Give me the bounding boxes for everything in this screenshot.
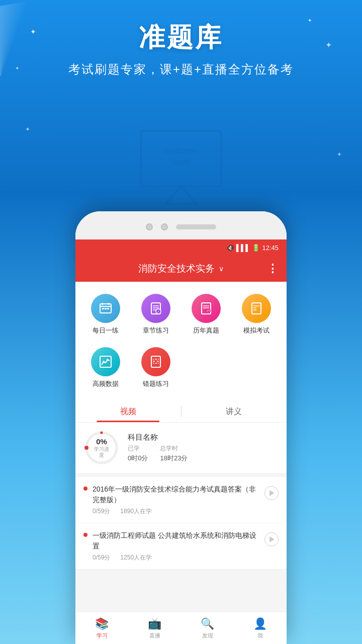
hero-subtitle: 考试刷题专家，课+题+直播全方位备考 (68, 61, 294, 77)
live-nav-icon: 📺 (148, 617, 161, 630)
progress-section: 0% 学习进度 科目名称 已学 0时0分 总学时 18时23分 (75, 423, 287, 477)
header-title-text: 消防安全技术实务 (138, 262, 215, 275)
svg-rect-10 (102, 308, 104, 309)
daily-practice-icon (91, 294, 120, 323)
sparkle-5: ✦ (25, 126, 30, 133)
bottom-nav: 📚 学习 📺 直播 🔍 发现 👤 我 (75, 612, 287, 644)
icon-item-past[interactable]: ⏱ 历年真题 (181, 290, 231, 339)
me-nav-icon: 👤 (253, 617, 267, 630)
wrong-practice-icon (141, 347, 170, 376)
sparkle-3: ✦ (15, 65, 19, 71)
svg-line-2 (181, 186, 196, 204)
svg-text:welcome: welcome (164, 146, 197, 155)
phone-mockup: 🔇 ▌▌▌ 🔋 12:45 消防安全技术实务 ∨ ⋮ (75, 211, 287, 644)
phone-top-bar (75, 211, 287, 239)
more-menu-button[interactable]: ⋮ (267, 262, 279, 275)
phone-inner: 🔇 ▌▌▌ 🔋 12:45 消防安全技术实务 ∨ ⋮ (75, 211, 287, 644)
progress-circle: 0% 学习进度 (83, 430, 120, 466)
progress-percent: 0% (93, 437, 111, 446)
svg-text:⏱: ⏱ (206, 309, 210, 313)
mock-exam-label: 模拟考试 (243, 326, 269, 335)
icon-item-freq[interactable]: 高频数据 (80, 343, 131, 392)
course-item-2[interactable]: 一级消防工程师试题 公共建筑给水系统和消防电梯设置 0/59分 1250人在学 (75, 523, 287, 570)
icon-grid: 每日一练 ✓ 章节 (75, 282, 287, 400)
status-bar: 🔇 ▌▌▌ 🔋 12:45 (75, 239, 287, 256)
past-exam-label: 历年真题 (193, 326, 219, 335)
past-exam-icon: ⏱ (192, 294, 221, 323)
tab-notes[interactable]: 讲义 (182, 400, 287, 422)
icon-row-1: 每日一练 ✓ 章节 (80, 290, 282, 339)
discover-nav-label: 发现 (202, 632, 213, 639)
freq-data-icon (91, 347, 120, 376)
course-list: 2016年一级消防安全技术综合能力考试真题答案（非完整版） 0/59分 1890… (75, 477, 287, 570)
sparkle-1: ✦ (30, 28, 36, 36)
hero-title: 准题库 (139, 20, 223, 55)
course-dot-2 (83, 533, 87, 537)
svg-rect-11 (105, 308, 107, 309)
mute-icon: 🔇 (226, 244, 234, 252)
course-dot-1 (83, 487, 87, 491)
svg-point-39 (84, 446, 88, 450)
app-header: 消防安全技术实务 ∨ ⋮ (75, 256, 287, 282)
svg-line-1 (166, 186, 181, 204)
studied-stat: 已学 0时0分 (128, 444, 148, 463)
nav-item-study[interactable]: 📚 学习 (75, 613, 128, 643)
nav-item-live[interactable]: 📺 直播 (128, 613, 181, 643)
icon-item-chapter[interactable]: ✓ 章节练习 (131, 290, 181, 339)
chapter-practice-icon: ✓ (141, 294, 170, 323)
icon-row-2: 高频数据 错题练 (80, 343, 282, 392)
freq-data-label: 高频数据 (93, 379, 119, 388)
hero-section: ✦ ✦ ✦ ✦ ✦ ✦ 准题库 考试刷题专家，课+题+直播全方位备考 welco… (0, 0, 362, 216)
clock: 12:45 (262, 244, 279, 252)
icon-item-daily[interactable]: 每日一练 (80, 290, 131, 339)
course-progress-1: 0/59分 (93, 507, 110, 516)
tab-video[interactable]: 视频 (75, 400, 181, 422)
me-nav-label: 我 (257, 632, 263, 639)
signal-icon: ▌▌▌ (236, 244, 250, 252)
mock-exam-icon (242, 294, 271, 323)
svg-point-29 (103, 361, 105, 363)
svg-text:back!: back! (171, 158, 191, 167)
phone-camera-right (161, 223, 168, 230)
course-info-2: 一级消防工程师试题 公共建筑给水系统和消防电梯设置 0/59分 1250人在学 (93, 530, 259, 562)
app-header-title[interactable]: 消防安全技术实务 ∨ (138, 262, 224, 275)
progress-text: 0% 学习进度 (93, 437, 111, 458)
study-stats: 已学 0时0分 总学时 18时23分 (128, 444, 188, 463)
status-icons: 🔇 ▌▌▌ 🔋 12:45 (226, 244, 279, 252)
study-nav-icon: 📚 (95, 617, 109, 630)
total-value: 18时23分 (160, 454, 188, 463)
progress-label: 学习进度 (93, 446, 111, 458)
live-nav-label: 直播 (149, 632, 160, 639)
study-nav-label: 学习 (97, 632, 108, 639)
sparkle-4: ✦ (325, 40, 332, 50)
app-content: 每日一练 ✓ 章节 (75, 282, 287, 612)
course-play-button-1[interactable] (264, 486, 279, 500)
course-title-2: 一级消防工程师试题 公共建筑给水系统和消防电梯设置 (93, 530, 259, 551)
course-item-1[interactable]: 2016年一级消防安全技术综合能力考试真题答案（非完整版） 0/59分 1890… (75, 477, 287, 523)
svg-text:✓: ✓ (157, 310, 160, 313)
total-stat: 总学时 18时23分 (160, 444, 188, 463)
icon-item-mock[interactable]: 模拟考试 (231, 290, 282, 339)
course-play-button-2[interactable] (264, 532, 279, 546)
play-icon-2 (269, 536, 275, 542)
sparkle-6: ✦ (337, 151, 342, 158)
daily-label: 每日一练 (93, 326, 119, 335)
course-students-1: 1890人在学 (120, 507, 152, 516)
studied-value: 0时0分 (128, 454, 148, 463)
svg-rect-28 (100, 356, 111, 367)
progress-info: 科目名称 已学 0时0分 总学时 18时23分 (128, 433, 188, 463)
total-label: 总学时 (160, 444, 188, 453)
course-progress-2: 0/59分 (93, 553, 110, 562)
chapter-label: 章节练习 (143, 326, 169, 335)
course-meta-2: 0/59分 1250人在学 (93, 553, 259, 562)
sparkle-2: ✦ (308, 18, 312, 23)
icon-item-wrong[interactable]: 错题练习 (131, 343, 181, 392)
battery-icon: 🔋 (252, 244, 260, 252)
nav-item-discover[interactable]: 🔍 发现 (181, 613, 234, 643)
discover-nav-icon: 🔍 (201, 617, 214, 630)
svg-rect-12 (107, 308, 109, 309)
dropdown-chevron-icon[interactable]: ∨ (219, 265, 224, 273)
phone-speaker (176, 224, 216, 229)
nav-item-me[interactable]: 👤 我 (234, 613, 287, 643)
course-info-1: 2016年一级消防安全技术综合能力考试真题答案（非完整版） 0/59分 1890… (93, 484, 259, 516)
